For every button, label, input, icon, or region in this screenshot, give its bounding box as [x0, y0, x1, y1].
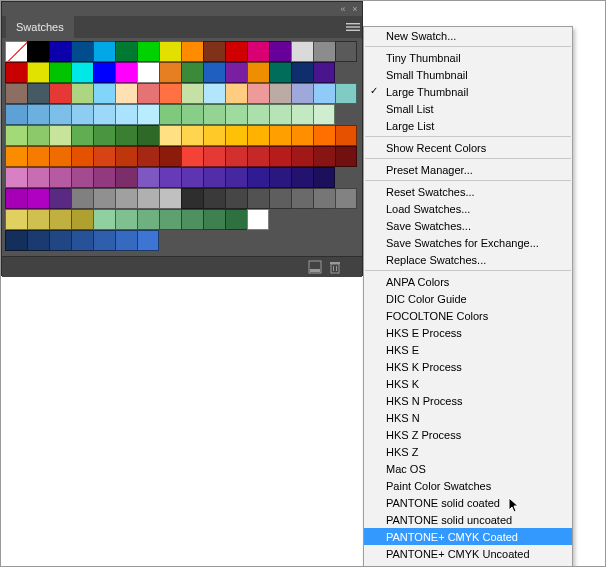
- swatch[interactable]: [93, 209, 115, 230]
- swatch[interactable]: [313, 83, 335, 104]
- swatch[interactable]: [71, 209, 93, 230]
- swatch[interactable]: [27, 83, 49, 104]
- swatch[interactable]: [335, 146, 357, 167]
- swatch[interactable]: [71, 167, 93, 188]
- close-icon[interactable]: ×: [349, 3, 361, 15]
- menu-item[interactable]: PANTONE+ CMYK Uncoated: [364, 545, 572, 562]
- swatch[interactable]: [159, 167, 181, 188]
- swatch[interactable]: [71, 230, 93, 251]
- menu-item[interactable]: HKS E Process: [364, 324, 572, 341]
- swatch[interactable]: [313, 41, 335, 62]
- swatch[interactable]: [93, 188, 115, 209]
- swatch[interactable]: [291, 188, 313, 209]
- swatch[interactable]: [137, 209, 159, 230]
- swatch[interactable]: [159, 146, 181, 167]
- swatch[interactable]: [159, 125, 181, 146]
- menu-item[interactable]: PANTONE+ CMYK Coated: [364, 528, 572, 545]
- swatch[interactable]: [137, 41, 159, 62]
- menu-item[interactable]: HKS Z Process: [364, 426, 572, 443]
- menu-item[interactable]: Preset Manager...: [364, 161, 572, 178]
- swatch[interactable]: [5, 125, 27, 146]
- swatch[interactable]: [5, 146, 27, 167]
- menu-item[interactable]: HKS N: [364, 409, 572, 426]
- swatch[interactable]: [137, 167, 159, 188]
- swatch[interactable]: [71, 125, 93, 146]
- swatch[interactable]: [247, 41, 269, 62]
- swatch[interactable]: [313, 125, 335, 146]
- swatch[interactable]: [5, 62, 27, 83]
- swatch[interactable]: [269, 104, 291, 125]
- swatch[interactable]: [49, 62, 71, 83]
- menu-item[interactable]: HKS K Process: [364, 358, 572, 375]
- swatch[interactable]: [181, 167, 203, 188]
- menu-item[interactable]: HKS N Process: [364, 392, 572, 409]
- swatch[interactable]: [159, 83, 181, 104]
- swatch[interactable]: [71, 41, 93, 62]
- swatch[interactable]: [93, 104, 115, 125]
- menu-item[interactable]: PANTONE+ Color Bridge Coated: [364, 562, 572, 567]
- swatch[interactable]: [93, 146, 115, 167]
- swatch[interactable]: [93, 62, 115, 83]
- swatch[interactable]: [313, 62, 335, 83]
- swatch[interactable]: [291, 167, 313, 188]
- swatch[interactable]: [291, 83, 313, 104]
- swatch[interactable]: [115, 188, 137, 209]
- menu-item[interactable]: HKS K: [364, 375, 572, 392]
- swatch[interactable]: [203, 209, 225, 230]
- menu-item[interactable]: DIC Color Guide: [364, 290, 572, 307]
- swatch[interactable]: [269, 146, 291, 167]
- swatch[interactable]: [71, 83, 93, 104]
- swatch[interactable]: [49, 125, 71, 146]
- swatch[interactable]: [269, 125, 291, 146]
- swatch[interactable]: [313, 167, 335, 188]
- swatch[interactable]: [181, 146, 203, 167]
- swatch[interactable]: [159, 41, 181, 62]
- swatch[interactable]: [269, 167, 291, 188]
- collapse-icon[interactable]: «: [337, 3, 349, 15]
- swatch[interactable]: [71, 62, 93, 83]
- swatch[interactable]: [71, 104, 93, 125]
- swatch[interactable]: [181, 83, 203, 104]
- swatch[interactable]: [27, 146, 49, 167]
- menu-item[interactable]: Load Swatches...: [364, 200, 572, 217]
- swatch[interactable]: [269, 41, 291, 62]
- swatch[interactable]: [137, 146, 159, 167]
- swatch[interactable]: [247, 167, 269, 188]
- swatch[interactable]: [5, 209, 27, 230]
- swatch[interactable]: [137, 230, 159, 251]
- swatch[interactable]: [137, 104, 159, 125]
- swatch[interactable]: [203, 146, 225, 167]
- swatch[interactable]: [27, 62, 49, 83]
- swatch[interactable]: [291, 41, 313, 62]
- new-swatch-icon[interactable]: [308, 260, 322, 274]
- swatch[interactable]: [159, 62, 181, 83]
- swatch[interactable]: [93, 41, 115, 62]
- swatch[interactable]: [225, 209, 247, 230]
- swatch[interactable]: [5, 104, 27, 125]
- swatch[interactable]: [225, 146, 247, 167]
- swatch[interactable]: [335, 125, 357, 146]
- swatch[interactable]: [5, 83, 27, 104]
- swatch[interactable]: [203, 83, 225, 104]
- swatch[interactable]: [291, 62, 313, 83]
- swatch[interactable]: [137, 62, 159, 83]
- swatch[interactable]: [115, 104, 137, 125]
- swatch[interactable]: [313, 104, 335, 125]
- swatch[interactable]: [203, 62, 225, 83]
- swatch[interactable]: [5, 230, 27, 251]
- swatch[interactable]: [115, 146, 137, 167]
- swatch[interactable]: [115, 41, 137, 62]
- swatch[interactable]: [225, 188, 247, 209]
- swatch[interactable]: [247, 83, 269, 104]
- swatch[interactable]: [269, 83, 291, 104]
- swatch[interactable]: [27, 41, 49, 62]
- menu-item[interactable]: Paint Color Swatches: [364, 477, 572, 494]
- menu-item[interactable]: HKS Z: [364, 443, 572, 460]
- swatch[interactable]: [159, 104, 181, 125]
- swatch[interactable]: [49, 104, 71, 125]
- swatch[interactable]: [71, 146, 93, 167]
- swatch[interactable]: [49, 146, 71, 167]
- menu-item[interactable]: Save Swatches for Exchange...: [364, 234, 572, 251]
- swatch[interactable]: [247, 104, 269, 125]
- swatch[interactable]: [5, 41, 27, 62]
